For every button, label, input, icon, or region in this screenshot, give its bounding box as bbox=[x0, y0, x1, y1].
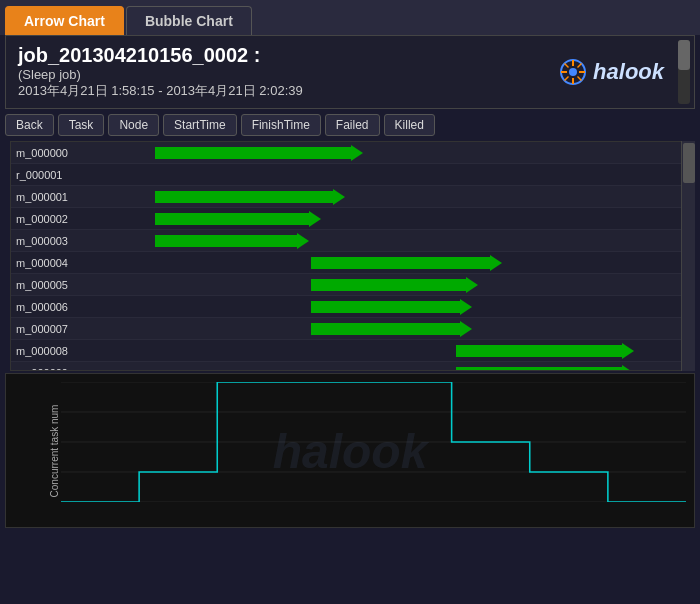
arrow-chart: halook m_000000r_000001m_000001m_000002m… bbox=[10, 141, 690, 371]
row-label: m_000006 bbox=[11, 301, 83, 313]
svg-line-7 bbox=[578, 77, 582, 81]
table-row: r_000001 bbox=[11, 164, 689, 186]
row-label: m_000003 bbox=[11, 235, 83, 247]
halook-text: halook bbox=[593, 59, 664, 85]
table-row: m_000000 bbox=[11, 142, 689, 164]
row-label: m_000001 bbox=[11, 191, 83, 203]
arrow-chart-scrollbar[interactable] bbox=[681, 141, 695, 371]
table-row: m_000009 bbox=[11, 362, 689, 371]
chart-svg: 0 1 2 3 4 01:58:30 01:59 01:59:30 02:00 … bbox=[61, 382, 686, 502]
job-info-panel: job_201304210156_0002 : (Sleep job) 2013… bbox=[5, 35, 695, 109]
task-button[interactable]: Task bbox=[58, 114, 105, 136]
row-content bbox=[83, 164, 689, 185]
row-label: m_000004 bbox=[11, 257, 83, 269]
killed-button[interactable]: Killed bbox=[384, 114, 435, 136]
back-button[interactable]: Back bbox=[5, 114, 54, 136]
tab-bubble-chart[interactable]: Bubble Chart bbox=[126, 6, 252, 35]
row-content bbox=[83, 142, 689, 163]
arrow-indicator bbox=[311, 323, 461, 335]
tab-arrow-chart[interactable]: Arrow Chart bbox=[5, 6, 124, 35]
arrow-indicator bbox=[155, 235, 299, 247]
scrollbar-thumb bbox=[683, 143, 695, 183]
finishtime-button[interactable]: FinishTime bbox=[241, 114, 321, 136]
halook-icon bbox=[559, 58, 587, 86]
info-scrollbar[interactable] bbox=[678, 40, 690, 104]
svg-point-1 bbox=[569, 68, 577, 76]
arrow-chart-container: halook m_000000r_000001m_000001m_000002m… bbox=[5, 141, 695, 371]
row-label: m_000002 bbox=[11, 213, 83, 225]
row-label: m_000009 bbox=[11, 367, 83, 372]
halook-logo: halook bbox=[559, 58, 664, 86]
row-content bbox=[83, 362, 689, 371]
table-row: m_000008 bbox=[11, 340, 689, 362]
controls-bar: Back Task Node StartTime FinishTime Fail… bbox=[0, 109, 700, 141]
arrow-indicator bbox=[155, 147, 353, 159]
tab-bar: Arrow Chart Bubble Chart bbox=[0, 0, 700, 35]
table-row: m_000005 bbox=[11, 274, 689, 296]
node-button[interactable]: Node bbox=[108, 114, 159, 136]
table-row: m_000004 bbox=[11, 252, 689, 274]
row-content bbox=[83, 252, 689, 273]
arrow-indicator bbox=[155, 191, 335, 203]
row-label: m_000008 bbox=[11, 345, 83, 357]
row-label: r_000001 bbox=[11, 169, 83, 181]
row-label: m_000007 bbox=[11, 323, 83, 335]
svg-line-6 bbox=[565, 64, 569, 68]
arrow-indicator bbox=[456, 367, 624, 372]
y-axis-label: Concurrent task num bbox=[49, 404, 60, 497]
table-row: m_000001 bbox=[11, 186, 689, 208]
row-content bbox=[83, 186, 689, 207]
arrow-indicator bbox=[155, 213, 311, 225]
row-content bbox=[83, 318, 689, 339]
arrow-indicator bbox=[456, 345, 624, 357]
table-row: m_000006 bbox=[11, 296, 689, 318]
svg-line-8 bbox=[578, 64, 582, 68]
row-label: m_000005 bbox=[11, 279, 83, 291]
arrow-indicator bbox=[311, 279, 467, 291]
table-row: m_000003 bbox=[11, 230, 689, 252]
row-content bbox=[83, 208, 689, 229]
row-content bbox=[83, 340, 689, 361]
row-content bbox=[83, 230, 689, 251]
row-label: m_000000 bbox=[11, 147, 83, 159]
failed-button[interactable]: Failed bbox=[325, 114, 380, 136]
arrow-indicator bbox=[311, 301, 461, 313]
arrow-indicator bbox=[311, 257, 491, 269]
row-content bbox=[83, 274, 689, 295]
table-row: m_000007 bbox=[11, 318, 689, 340]
row-content bbox=[83, 296, 689, 317]
starttime-button[interactable]: StartTime bbox=[163, 114, 237, 136]
table-row: m_000002 bbox=[11, 208, 689, 230]
bottom-chart: halook Concurrent task num 0 1 2 3 4 01:… bbox=[5, 373, 695, 528]
svg-line-9 bbox=[565, 77, 569, 81]
